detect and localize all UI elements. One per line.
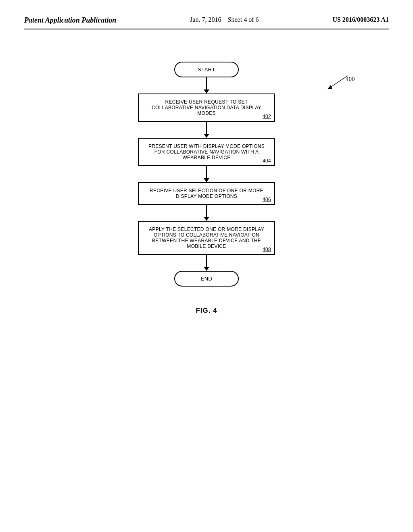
figure-ref-label: 400 [346,76,355,83]
step-402-box: RECEIVE USER REQUEST TO SET COLLABORATIV… [138,94,275,122]
figure-reference: 400 [323,74,356,83]
step-402-number: 402 [263,114,271,119]
arrow-head-icon [204,217,209,221]
page: Patent Application Publication Jan. 7, 2… [0,0,413,532]
publication-date-sheet: Jan. 7, 2016 Sheet 4 of 6 [190,16,259,23]
arrow-head-icon [204,267,209,271]
start-node: START [174,62,239,77]
step-404-number: 404 [263,158,271,164]
sheet-info: Sheet 4 of 6 [228,16,259,23]
arrow-line-icon [206,255,207,267]
flow-container: 400 START RECEIVE USER REQUEST TO SET CO… [130,62,283,287]
arrow-line-icon [206,205,207,217]
arrow-head-icon [204,178,209,182]
arrow-line-icon [206,122,207,134]
page-header: Patent Application Publication Jan. 7, 2… [24,16,389,29]
arrow-head-icon [204,134,209,138]
arrow-4 [204,205,209,221]
diagram-area: 400 START RECEIVE USER REQUEST TO SET CO… [24,62,389,315]
arrow-5 [204,255,209,271]
arrow-1 [204,77,209,94]
patent-number: US 2016/0003623 A1 [332,16,389,23]
svg-marker-1 [327,85,332,89]
step-406-number: 406 [263,197,271,202]
step-406-box: RECEIVE USER SELECTION OF ONE OR MORE DI… [138,182,275,205]
svg-line-0 [330,76,348,88]
step-408-number: 408 [263,247,271,252]
figure-caption: FIG. 4 [196,307,217,315]
arrow-3 [204,166,209,182]
arrow-2 [204,122,209,138]
publication-title: Patent Application Publication [24,16,116,25]
arrow-line-icon [206,77,207,89]
step-408-box: APPLY THE SELECTED ONE OR MORE DISPLAY O… [138,221,275,255]
publication-date: Jan. 7, 2016 [190,16,221,23]
step-404-box: PRESENT USER WITH DISPLAY MODE OPTIONS F… [138,138,275,166]
arrow-head-icon [204,89,209,94]
arrow-line-icon [206,166,207,178]
end-node: END [174,271,239,287]
